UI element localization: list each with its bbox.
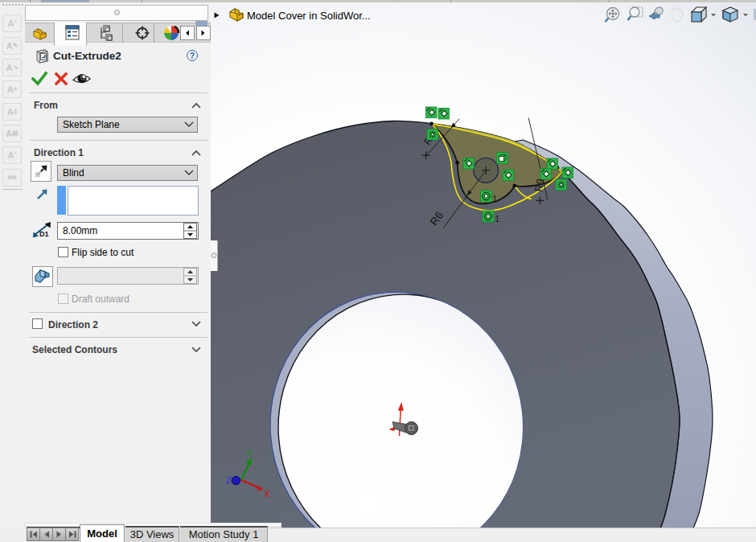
svg-text:1: 1 — [495, 215, 500, 224]
svg-text:Y: Y — [246, 448, 253, 458]
svg-text:X: X — [264, 489, 270, 499]
svg-text:R9: R9 — [533, 178, 547, 192]
svg-text:D1: D1 — [39, 230, 49, 238]
svg-text:1: 1 — [493, 195, 498, 203]
svg-text:Z: Z — [226, 475, 232, 485]
